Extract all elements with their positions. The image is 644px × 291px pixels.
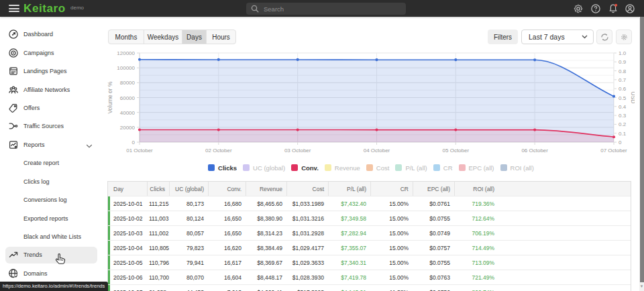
account-icon[interactable] [625,3,635,14]
point-clicks[interactable] [375,58,378,61]
column-header-epc-all-[interactable]: EPC (all) [413,182,454,196]
refresh-button[interactable] [596,30,612,44]
x-axis-label: 06 October [521,148,548,154]
legend-label: Revenue [335,164,360,172]
chart-settings-button[interactable] [616,30,632,44]
sidebar-item-traffic-sources[interactable]: Traffic Sources [0,117,102,135]
column-header-p-l-all-[interactable]: P/L (all) [328,182,370,196]
legend-item-clicks[interactable]: Clicks [208,164,237,172]
sidebar-item-reports[interactable]: Reports [0,135,102,154]
point-clicks[interactable] [217,58,220,61]
page-scrollbar[interactable]: ▼ [639,17,644,291]
cell: $0.0749 [413,226,454,240]
point-conv-[interactable] [217,128,220,131]
cell: 2025-10-01 [108,196,147,211]
right-axis-tick-label: 0.3 [619,113,627,119]
table-row[interactable]: 2025-10-05110,79679,94116,617$8,369.67$1… [108,255,631,270]
sidebar-item-dashboard[interactable]: Dashboard [0,25,102,44]
table-row[interactable]: 2025-10-03111,00280,05716,650$8,314.23$1… [108,225,631,240]
scrollbar-thumb[interactable] [640,17,644,282]
column-header-revenue[interactable]: Revenue [246,182,286,196]
column-header-cost[interactable]: Cost [286,182,328,196]
help-icon[interactable] [590,3,601,14]
right-axis-tick-label: 1.0 [619,50,627,56]
trends-chart[interactable]: 02000040000600008000010000012000000.10.2… [107,48,635,158]
notifications-bell-icon[interactable] [608,3,619,14]
column-header-clicks[interactable]: Clicks [147,182,169,196]
table-row[interactable]: 2025-10-0761,63844,4537,013$4,660.41$517… [108,284,631,291]
cell: $0.0763 [413,270,454,284]
sidebar-item-label: Clicks log [23,178,50,185]
point-conv-[interactable] [297,128,299,131]
point-clicks[interactable] [454,58,457,61]
cell: 61,638 [147,285,169,291]
sidebar-item-offers[interactable]: Offers [0,99,102,117]
cell: $517.3993 [286,285,328,291]
right-axis-tick-label: 0.5 [619,95,627,101]
tab-days[interactable]: Days [182,30,206,44]
point-conv-[interactable] [375,128,378,131]
legend-item-cost[interactable]: Cost [366,164,390,172]
cell: 714.49% [454,241,498,255]
settings-gear-icon[interactable] [573,3,584,14]
point-conv-[interactable] [138,128,141,131]
point-clicks[interactable] [138,58,141,61]
legend-item-p-l-all-[interactable]: P/L (all) [395,164,427,172]
cell: 15.00% [370,241,413,255]
point-conv-[interactable] [612,135,615,138]
column-header-roi-all-[interactable]: ROI (all) [454,182,498,196]
sidebar-item-exported-reports[interactable]: Exported reports [0,209,102,227]
point-conv-[interactable] [454,128,457,131]
legend-item-conv-[interactable]: Conv. [291,164,319,172]
cell [498,226,631,240]
table-row[interactable]: 2025-10-02111,00380,12416,650$8,380.90$1… [108,211,631,225]
tab-months[interactable]: Months [109,30,144,44]
cell [498,241,631,255]
table-row[interactable]: 2025-10-04110,80579,82316,620$8,384.49$1… [108,240,631,255]
sidebar-item-label: Create report [23,160,59,166]
column-header-cr[interactable]: CR [370,182,413,196]
date-range-select[interactable]: Last 7 days [521,30,594,44]
legend-item-revenue[interactable]: Revenue [325,164,360,172]
point-clicks[interactable] [533,58,536,61]
sidebar-item-campaigns[interactable]: Campaigns [0,44,102,62]
point-clicks[interactable] [297,58,299,61]
sidebar-item-domains[interactable]: Domains [0,264,102,282]
sidebar-item-affiliate-networks[interactable]: Affiliate Networks [0,80,102,99]
hamburger-menu-icon[interactable] [9,5,19,12]
sidebar-item-trends[interactable]: Trends [0,246,102,264]
sidebar-item-label: Dashboard [23,31,53,38]
legend-item-uc-global-[interactable]: UC (global) [243,164,285,172]
right-axis-tick-label: 0.1 [619,131,627,137]
legend-item-epc-all-[interactable]: EPC (all) [459,164,494,172]
scrollbar-down-arrow[interactable]: ▼ [639,284,644,290]
sidebar-item-black-and-white-lists[interactable]: Black and White Lists [0,227,102,245]
column-header-conv-[interactable]: Conv. [208,182,246,196]
legend-item-roi-all-[interactable]: ROI (all) [500,164,534,172]
filters-button[interactable]: Filters [488,30,518,44]
column-header-uc-global-[interactable]: UC (global) [169,182,208,196]
chart-legend: ClicksUC (global)Conv.RevenueCostP/L (al… [107,162,635,173]
cell: 16,650 [208,211,246,225]
column-header-day[interactable]: Day [108,182,147,196]
tab-weekdays[interactable]: Weekdays [144,30,182,44]
left-axis-tick-label: 40000 [120,110,136,116]
cell: 80,057 [169,226,208,240]
legend-label: ROI (all) [511,164,534,172]
sidebar-item-conversions-log[interactable]: Conversions log [0,190,102,209]
table-row[interactable]: 2025-10-01111,21580,17316,680$8,465.60$1… [108,196,631,211]
cell: 15.00% [370,196,413,211]
table-row[interactable]: 2025-10-06110,70080,07016,604$8,448.17$1… [108,270,631,284]
point-clicks[interactable] [612,95,615,98]
x-axis-label: 01 October [126,148,153,154]
point-conv-[interactable] [533,128,536,131]
search-input[interactable]: Search [246,3,406,15]
cell: $7,432.40 [328,196,370,211]
sidebar-item-create-report[interactable]: Create report [0,154,102,172]
sidebar-item-clicks-log[interactable]: Clicks log [0,172,102,190]
sidebar-item-label: Black and White Lists [23,233,81,240]
legend-item-cr[interactable]: CR [433,164,453,172]
keitaro-logo[interactable]: Keitaro [23,2,66,15]
sidebar-item-landings-pages[interactable]: Landings Pages [0,62,102,80]
tab-hours[interactable]: Hours [206,30,235,44]
